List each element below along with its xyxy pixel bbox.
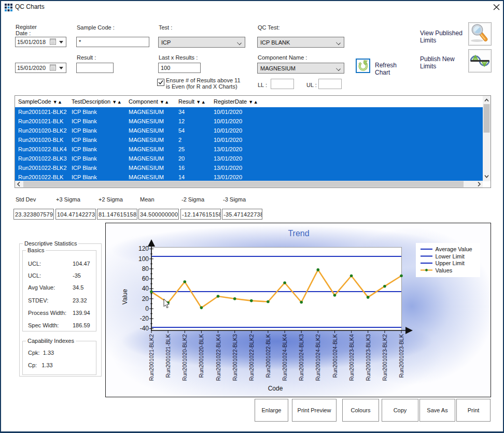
svg-text:Run2001022-BLK2: Run2001022-BLK2: [248, 334, 255, 381]
svg-text:Average Value: Average Value: [436, 246, 472, 252]
svg-text:Run2001022-BLK3: Run2001022-BLK3: [232, 334, 238, 381]
svg-text:20: 20: [142, 295, 149, 302]
svg-text:Run2001022-BLK: Run2001022-BLK: [265, 334, 271, 378]
svg-text:40: 40: [142, 285, 149, 292]
svg-text:100: 100: [138, 255, 149, 263]
svg-text:Run2001021-BLK2: Run2001021-BLK2: [148, 334, 155, 381]
svg-text:Run2001023-BLK4: Run2001023-BLK4: [348, 334, 355, 381]
svg-text:Lower Limit: Lower Limit: [436, 253, 465, 259]
svg-text:Run2001021-BLK: Run2001021-BLK: [165, 334, 171, 378]
svg-text:Value: Value: [121, 289, 129, 305]
svg-text:Upper Limit: Upper Limit: [436, 260, 465, 266]
svg-text:Run2001023-BLK: Run2001023-BLK: [398, 334, 404, 378]
svg-text:-20: -20: [140, 315, 149, 322]
svg-text:Run2001020-BLK: Run2001020-BLK: [198, 334, 204, 378]
svg-text:Run2001023-BLK2: Run2001023-BLK2: [382, 334, 388, 381]
svg-text:Run2001024-BLK: Run2001024-BLK: [332, 334, 338, 378]
svg-text:0: 0: [145, 305, 149, 312]
svg-text:Run2001022-BLK4: Run2001022-BLK4: [215, 334, 221, 381]
svg-text:Run2001024-BLK4: Run2001024-BLK4: [282, 334, 288, 381]
svg-text:Trend: Trend: [288, 229, 309, 238]
svg-text:Run2001020-BLK2: Run2001020-BLK2: [181, 334, 188, 381]
svg-text:-40: -40: [140, 325, 149, 332]
svg-text:120: 120: [138, 245, 149, 252]
svg-text:Values: Values: [436, 267, 453, 273]
svg-text:Run2001023-BLK3: Run2001023-BLK3: [365, 334, 371, 381]
svg-text:Code: Code: [268, 385, 283, 392]
svg-text:60: 60: [142, 275, 149, 282]
svg-text:Run2001024-BLK2: Run2001024-BLK2: [315, 334, 321, 381]
svg-text:80: 80: [142, 265, 149, 272]
svg-text:Run2001024-BLK3: Run2001024-BLK3: [298, 334, 304, 381]
